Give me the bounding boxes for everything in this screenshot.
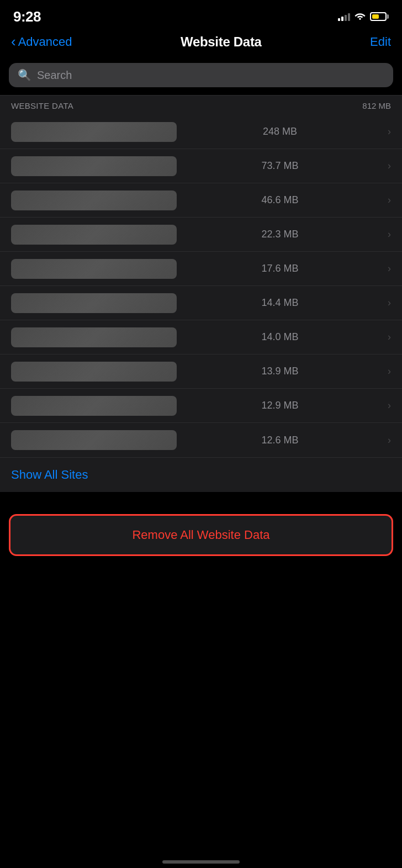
site-name-blurred xyxy=(11,430,177,450)
section-header: WEBSITE DATA 812 MB xyxy=(0,96,402,115)
status-bar: 9:28 xyxy=(0,0,402,30)
site-name-blurred xyxy=(11,362,177,382)
show-all-label: Show All Sites xyxy=(11,468,88,481)
status-icons xyxy=(338,11,389,22)
row-size: 14.0 MB xyxy=(261,331,298,343)
chevron-right-icon: › xyxy=(388,400,391,411)
chevron-right-icon: › xyxy=(388,126,391,137)
nav-bar: ‹ Advanced Website Data Edit xyxy=(0,30,402,57)
signal-icon xyxy=(338,12,350,21)
table-row[interactable]: 12.9 MB › xyxy=(0,389,402,423)
site-name-blurred xyxy=(11,396,177,416)
site-name-blurred xyxy=(11,190,177,210)
battery-icon xyxy=(370,12,389,21)
chevron-right-icon: › xyxy=(388,194,391,206)
section-gap xyxy=(0,492,402,514)
table-row[interactable]: 12.6 MB › xyxy=(0,423,402,457)
show-all-sites-row[interactable]: Show All Sites xyxy=(0,457,402,492)
chevron-right-icon: › xyxy=(388,435,391,446)
back-button[interactable]: ‹ Advanced xyxy=(11,35,72,49)
row-size: 14.4 MB xyxy=(261,297,298,309)
row-size: 12.9 MB xyxy=(261,400,298,411)
chevron-right-icon: › xyxy=(388,263,391,274)
table-row[interactable]: 46.6 MB › xyxy=(0,183,402,218)
site-name-blurred xyxy=(11,259,177,279)
site-name-blurred xyxy=(11,327,177,347)
row-size: 12.6 MB xyxy=(261,435,298,446)
section-label: WEBSITE DATA xyxy=(11,101,73,110)
site-name-blurred xyxy=(11,122,177,142)
data-list: 248 MB › 73.7 MB › 46.6 MB › 22.3 MB › 1… xyxy=(0,115,402,457)
page-title: Website Data xyxy=(181,34,262,50)
remove-all-section: Remove All Website Data xyxy=(9,514,393,556)
chevron-right-icon: › xyxy=(388,229,391,240)
row-size: 22.3 MB xyxy=(261,229,298,240)
chevron-right-icon: › xyxy=(388,366,391,377)
chevron-left-icon: ‹ xyxy=(11,34,16,49)
site-name-blurred xyxy=(11,156,177,176)
table-row[interactable]: 13.9 MB › xyxy=(0,354,402,389)
table-row[interactable]: 248 MB › xyxy=(0,115,402,149)
chevron-right-icon: › xyxy=(388,160,391,172)
site-name-blurred xyxy=(11,225,177,245)
row-size: 13.9 MB xyxy=(261,366,298,377)
site-name-blurred xyxy=(11,293,177,313)
chevron-right-icon: › xyxy=(388,331,391,343)
remove-all-label: Remove All Website Data xyxy=(132,528,269,542)
row-size: 17.6 MB xyxy=(261,263,298,274)
row-size: 73.7 MB xyxy=(261,160,298,172)
table-row[interactable]: 17.6 MB › xyxy=(0,252,402,286)
row-size: 248 MB xyxy=(263,126,297,137)
edit-button[interactable]: Edit xyxy=(370,35,391,49)
status-time: 9:28 xyxy=(13,8,41,25)
chevron-right-icon: › xyxy=(388,297,391,309)
table-row[interactable]: 73.7 MB › xyxy=(0,149,402,183)
search-container: 🔍 Search xyxy=(0,57,402,95)
wifi-icon xyxy=(355,11,366,22)
table-row[interactable]: 14.0 MB › xyxy=(0,320,402,354)
search-icon: 🔍 xyxy=(18,68,31,82)
total-size: 812 MB xyxy=(362,101,391,110)
row-size: 46.6 MB xyxy=(261,194,298,206)
back-label: Advanced xyxy=(18,35,72,49)
home-indicator xyxy=(162,860,240,864)
search-bar[interactable]: 🔍 Search xyxy=(9,63,393,87)
bottom-area xyxy=(0,556,402,666)
table-row[interactable]: 22.3 MB › xyxy=(0,218,402,252)
table-row[interactable]: 14.4 MB › xyxy=(0,286,402,320)
remove-all-button[interactable]: Remove All Website Data xyxy=(10,516,392,554)
search-placeholder: Search xyxy=(37,69,72,82)
